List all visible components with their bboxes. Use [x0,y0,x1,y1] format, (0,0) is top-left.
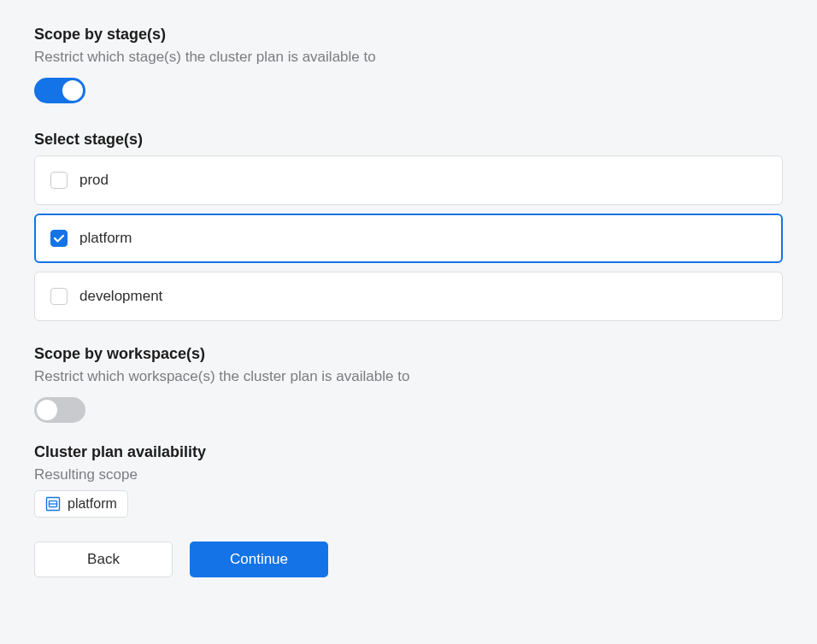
stage-label: prod [79,172,109,189]
back-button[interactable]: Back [34,542,173,577]
scope-by-workspace-section: Scope by workspace(s) Restrict which wor… [34,345,783,426]
checkbox-icon [50,288,68,305]
availability-heading: Cluster plan availability [34,443,783,461]
toggle-knob [37,400,57,420]
continue-button[interactable]: Continue [190,542,328,577]
scope-by-workspace-desc: Restrict which workspace(s) the cluster … [34,368,783,385]
availability-sub: Resulting scope [34,466,783,483]
chip-label: platform [68,496,117,512]
scope-by-workspace-toggle[interactable] [34,397,85,423]
stage-item-platform[interactable]: platform [34,214,783,263]
stage-list: prod platform development [34,155,783,321]
scope-by-workspace-heading: Scope by workspace(s) [34,345,783,363]
select-stages-heading: Select stage(s) [34,131,783,149]
stage-label: development [79,288,162,305]
stage-item-development[interactable]: development [34,272,783,321]
scope-by-stage-section: Scope by stage(s) Restrict which stage(s… [34,26,783,107]
availability-section: Cluster plan availability Resulting scop… [34,443,783,518]
toggle-knob [62,80,83,101]
availability-chip-platform: platform [34,490,128,518]
select-stages-section: Select stage(s) prod platform developmen… [34,131,783,321]
scope-by-stage-heading: Scope by stage(s) [34,26,783,44]
stage-item-prod[interactable]: prod [34,155,783,205]
footer-actions: Back Continue [34,542,783,577]
checkbox-icon [50,172,68,189]
scope-by-stage-toggle[interactable] [34,78,85,103]
stage-label: platform [79,230,132,247]
availability-chip-row: platform [34,490,783,518]
stage-icon [45,496,61,512]
checkbox-icon [50,230,68,247]
scope-by-stage-desc: Restrict which stage(s) the cluster plan… [34,49,783,66]
